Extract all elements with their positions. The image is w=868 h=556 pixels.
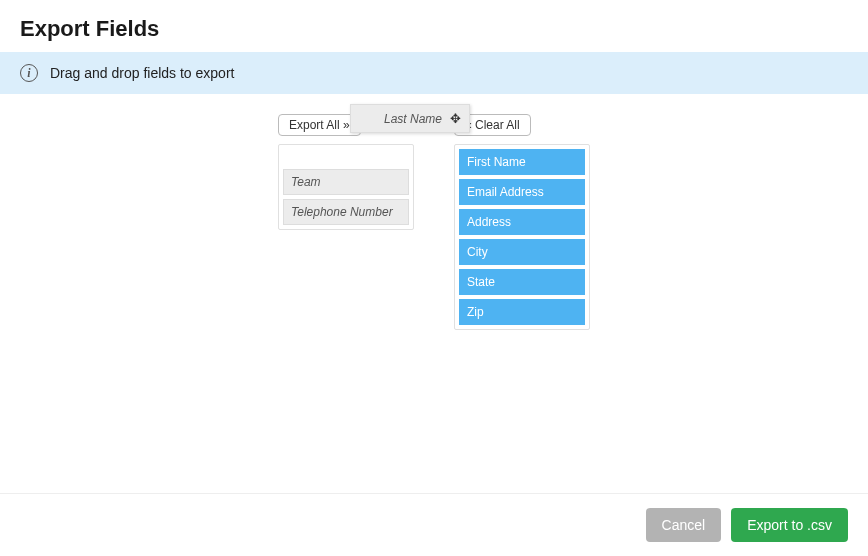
selected-field-item[interactable]: Address (459, 209, 585, 235)
export-all-button[interactable]: Export All » (278, 114, 361, 136)
page-title: Export Fields (20, 16, 848, 42)
selected-field-item[interactable]: Zip (459, 299, 585, 325)
export-csv-button[interactable]: Export to .csv (731, 508, 848, 542)
info-icon: i (20, 64, 38, 82)
info-banner: i Drag and drop fields to export (0, 52, 868, 94)
selected-field-list[interactable]: First Name Email Address Address City St… (454, 144, 590, 330)
available-field-item[interactable]: Telephone Number (283, 199, 409, 225)
field-selection-area: Export All » Team Telephone Number « Cle… (0, 94, 868, 330)
selected-field-item[interactable]: Email Address (459, 179, 585, 205)
available-field-item[interactable]: Team (283, 169, 409, 195)
selected-column: « Clear All First Name Email Address Add… (454, 114, 590, 330)
cancel-button[interactable]: Cancel (646, 508, 722, 542)
selected-field-item[interactable]: First Name (459, 149, 585, 175)
available-field-list[interactable]: Team Telephone Number (278, 144, 414, 230)
dialog-footer: Cancel Export to .csv (0, 493, 868, 556)
selected-field-item[interactable]: State (459, 269, 585, 295)
info-text: Drag and drop fields to export (50, 65, 234, 81)
available-column: Export All » Team Telephone Number (278, 114, 414, 330)
dialog-header: Export Fields (0, 0, 868, 52)
selected-field-item[interactable]: City (459, 239, 585, 265)
clear-all-button[interactable]: « Clear All (454, 114, 531, 136)
